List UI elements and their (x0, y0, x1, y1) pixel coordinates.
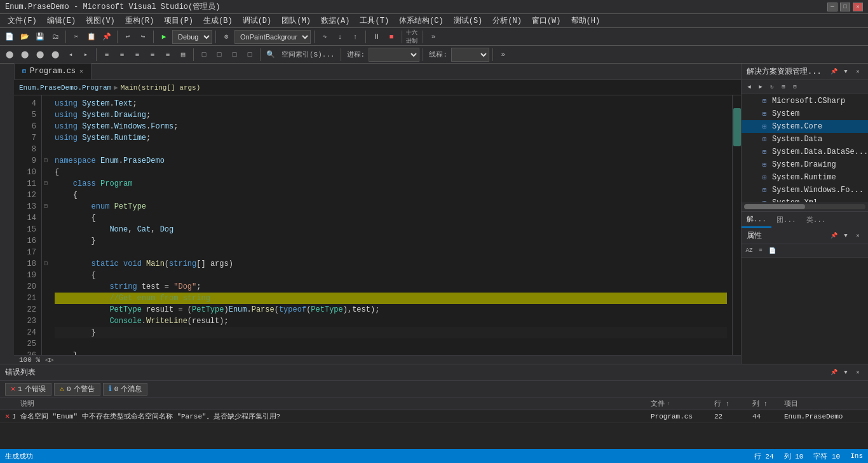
cut-button[interactable]: ✂ (69, 30, 83, 44)
el-col-file-header[interactable]: 文件 ↑ (646, 397, 709, 410)
tb2-10[interactable]: ≡ (146, 48, 159, 62)
step-out[interactable]: ↑ (348, 30, 362, 44)
menu-data[interactable]: 数据(A) (316, 14, 355, 27)
menu-edit[interactable]: 编辑(E) (42, 14, 81, 27)
tb2-2[interactable]: ⬤ (18, 48, 32, 62)
prop-expand-button[interactable]: ▼ (841, 231, 851, 241)
se-tree[interactable]: ⊞ Microsoft.CSharp ⊞ System ⊞ System.Cor… (742, 93, 868, 202)
maximize-button[interactable]: □ (840, 3, 850, 11)
prop-pin-button[interactable]: 📌 (829, 231, 839, 241)
el-close-button[interactable]: ✕ (853, 368, 863, 378)
se-item-system-drawing[interactable]: ⊞ System.Drawing (742, 158, 868, 171)
tb2-9[interactable]: ≡ (130, 48, 144, 62)
se-tb2[interactable]: ▶ (756, 81, 766, 92)
menu-window[interactable]: 窗口(W) (527, 14, 566, 27)
tb2-11[interactable]: ≡ (161, 48, 175, 62)
menu-build[interactable]: 生成(B) (198, 14, 238, 27)
menu-analyze[interactable]: 分析(N) (487, 14, 527, 27)
el-expand-button[interactable]: ▼ (841, 368, 851, 378)
tb2-13[interactable]: □ (197, 48, 211, 62)
se-tab-solution[interactable]: 解... (742, 212, 771, 228)
se-item-system-windows-fo[interactable]: ⊞ System.Windows.Fo... (742, 184, 868, 197)
el-col-description-header[interactable]: 说明 (15, 397, 646, 410)
zoom-level[interactable]: 100 % (19, 356, 40, 364)
menu-refactor[interactable]: 重构(R) (120, 14, 159, 27)
el-pin-button[interactable]: 📌 (829, 368, 839, 378)
se-pin-button[interactable]: 📌 (829, 67, 839, 77)
se-tb1[interactable]: ◀ (744, 81, 754, 92)
debug-mode-dropdown[interactable]: Debug (172, 30, 212, 44)
se-item-system-core[interactable]: ⊞ System.Core (742, 120, 868, 133)
save-button[interactable]: 💾 (33, 30, 47, 44)
tb2-3[interactable]: ⬤ (33, 48, 47, 62)
breadcrumb-method[interactable]: Main(string[] args) (121, 84, 200, 92)
minimize-button[interactable]: — (827, 3, 837, 11)
process-dropdown[interactable] (369, 48, 419, 62)
menu-tools[interactable]: 工具(T) (355, 14, 394, 27)
el-col-line-header[interactable]: 行 ↑ (709, 397, 747, 410)
step-over[interactable]: ↷ (318, 30, 332, 44)
tb2-more[interactable]: » (496, 48, 510, 62)
menu-file[interactable]: 文件(F) (3, 14, 42, 27)
tab-close-icon[interactable]: ✕ (79, 67, 83, 75)
target-dropdown[interactable]: OnPaintBackground (234, 30, 311, 44)
close-button[interactable]: ✕ (853, 3, 863, 11)
tb2-7[interactable]: ≡ (100, 48, 114, 62)
se-expand-button[interactable]: ▼ (841, 67, 851, 77)
menu-project[interactable]: 项目(P) (159, 14, 198, 27)
redo-button[interactable]: ↪ (136, 30, 150, 44)
se-item-system-data-datase[interactable]: ⊞ System.Data.DataSe... (742, 146, 868, 158)
tb2-6[interactable]: ▸ (79, 48, 93, 62)
se-close-button[interactable]: ✕ (853, 67, 863, 77)
el-col-col-header[interactable]: 列 ↑ (747, 397, 779, 410)
tb2-4[interactable]: ⬤ (48, 48, 62, 62)
menu-help[interactable]: 帮助(H) (566, 14, 606, 27)
se-tab-team[interactable]: 团... (771, 212, 801, 228)
table-row[interactable]: ✕ 1 命名空间 "Enum" 中不存在类型或命名空间名称 "Parse"。是否… (0, 410, 868, 423)
prop-sort-cat[interactable]: ≡ (756, 245, 766, 256)
start-button[interactable]: ▶ (157, 30, 171, 44)
thread-dropdown[interactable] (451, 48, 489, 62)
se-item-system[interactable]: ⊞ System (742, 107, 868, 120)
menu-team[interactable]: 团队(M) (276, 14, 316, 27)
tb2-17[interactable]: 🔍 (264, 48, 278, 62)
se-tb5[interactable]: ⊟ (790, 81, 800, 92)
breadcrumb-namespace[interactable]: Enum.PraseDemo.Program (19, 84, 111, 92)
step-into[interactable]: ↓ (333, 30, 347, 44)
se-tb4[interactable]: ⊞ (778, 81, 789, 92)
se-tb3[interactable]: ↻ (767, 81, 777, 92)
se-item-microsoft-csharp[interactable]: ⊞ Microsoft.CSharp (742, 95, 868, 107)
tb2-14[interactable]: □ (212, 48, 226, 62)
paste-button[interactable]: 📌 (100, 30, 114, 44)
copy-button[interactable]: 📋 (85, 30, 98, 44)
code-editor[interactable]: 4 5 6 7 8 9 10 11 12 13 14 15 16 17 18 1… (14, 95, 741, 355)
se-tab-class[interactable]: 类... (801, 212, 831, 228)
tab-program-cs[interactable]: ⊞ Program.cs ✕ (14, 63, 92, 79)
error-filter-button[interactable]: ✕ 1 个错误 (5, 383, 51, 396)
menu-debug[interactable]: 调试(D) (238, 14, 277, 27)
pause-button[interactable]: ⏸ (369, 30, 383, 44)
prop-pages[interactable]: 📄 (767, 245, 777, 256)
info-filter-button[interactable]: ℹ 0 个消息 (103, 383, 148, 396)
se-item-system-runtime[interactable]: ⊞ System.Runtime (742, 171, 868, 184)
hex-button[interactable]: 十六进制 (405, 30, 419, 44)
stop-button[interactable]: ■ (384, 30, 398, 44)
tb2-12[interactable]: ▤ (176, 48, 190, 62)
tb2-15[interactable]: □ (227, 48, 241, 62)
editor-scrollbar-right[interactable] (732, 95, 741, 355)
se-scrollbar-h[interactable] (744, 204, 865, 209)
save-all-button[interactable]: 🗂 (48, 30, 62, 44)
el-col-project-header[interactable]: 项目 (779, 397, 868, 410)
code-content[interactable]: using System.Text; using System.Drawing;… (50, 95, 732, 355)
new-button[interactable]: 📄 (3, 30, 17, 44)
zoom-slider[interactable]: ◁▷ (45, 356, 53, 364)
more-button[interactable]: » (426, 30, 440, 44)
se-item-system-data[interactable]: ⊞ System.Data (742, 133, 868, 146)
menu-arch[interactable]: 体系结构(C) (394, 14, 449, 27)
tb2-5[interactable]: ◂ (64, 48, 78, 62)
prop-sort-az[interactable]: AZ (744, 245, 754, 256)
attach-button[interactable]: ⚙ (219, 30, 233, 44)
undo-button[interactable]: ↩ (121, 30, 135, 44)
tb2-8[interactable]: ≡ (115, 48, 129, 62)
se-item-system-xml[interactable]: ⊞ System.Xml (742, 197, 868, 202)
